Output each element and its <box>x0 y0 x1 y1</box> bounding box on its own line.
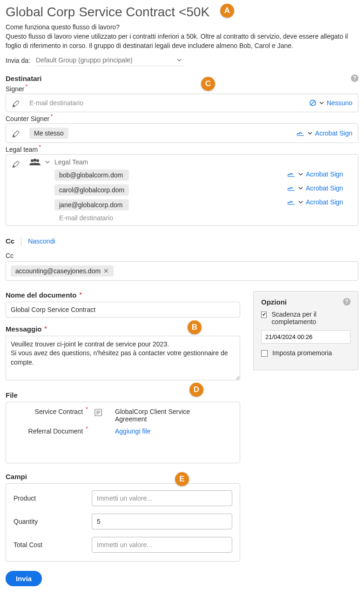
svg-point-3 <box>31 159 34 162</box>
quantity-input[interactable] <box>92 514 232 529</box>
legal-label: Legal team* <box>6 146 358 153</box>
cc-input-box[interactable]: accounting@caseyjones.dom ✕ <box>6 261 358 281</box>
hide-cc-link[interactable]: Nascondi <box>28 237 55 245</box>
signer-label: Signer* <box>6 85 358 93</box>
legal-email-chip[interactable]: jane@globalcorp.dom <box>54 199 129 210</box>
deadline-date-input[interactable] <box>261 330 351 344</box>
svg-point-4 <box>34 158 36 161</box>
totalcost-input[interactable] <box>92 537 232 553</box>
product-input[interactable] <box>92 490 232 506</box>
legal-auth-dropdown[interactable]: Acrobat Sign <box>287 198 343 206</box>
signer-email-input[interactable]: E-mail destinatario <box>29 99 282 107</box>
reminder-label: Imposta promemoria <box>272 349 332 357</box>
chevron-down-icon <box>298 186 303 190</box>
signature-icon <box>287 185 296 191</box>
message-textarea[interactable] <box>6 336 240 380</box>
deadline-label: Scadenza per il completamento <box>271 311 351 325</box>
legal-email-input[interactable]: E-mail destinatario <box>59 214 129 222</box>
intro-body: Questo flusso di lavoro viene utilizzato… <box>6 32 358 51</box>
chevron-down-icon <box>298 172 303 176</box>
counter-auth-label: Acrobat Sign <box>315 129 352 137</box>
options-panel: Opzioni ? ✔ Scadenza per il completament… <box>253 291 358 370</box>
deadline-checkbox[interactable]: ✔ <box>261 312 267 318</box>
campi-row: Quantity <box>13 514 232 529</box>
cc-title: Cc <box>6 237 14 245</box>
send-from-label: Invia da: <box>6 57 30 64</box>
signature-icon <box>287 171 296 177</box>
divider <box>21 237 21 245</box>
campi-label-quantity: Quantity <box>13 518 83 525</box>
signature-icon <box>287 199 296 205</box>
document-icon <box>94 408 109 419</box>
campi-label-product: Product <box>13 494 83 502</box>
svg-line-1 <box>311 101 315 105</box>
campi-title: Campi <box>6 473 240 481</box>
campi-box: Product Quantity Total Cost <box>6 483 240 562</box>
counter-box: Me stesso Acrobat Sign <box>6 123 358 143</box>
send-from-dropdown[interactable]: Default Group (gruppo principale) <box>35 55 184 66</box>
reminder-checkbox[interactable] <box>261 350 268 357</box>
legal-email-chip[interactable]: bob@globalcorm.dom <box>54 169 129 181</box>
campi-label-totalcost: Total Cost <box>13 541 83 549</box>
campi-row: Product <box>13 490 232 506</box>
signature-icon <box>297 130 305 136</box>
group-icon <box>29 158 40 166</box>
chevron-down-icon <box>177 58 182 62</box>
chevron-down-icon <box>298 200 303 204</box>
chevron-down-icon <box>308 131 312 135</box>
options-title: Opzioni <box>261 298 287 306</box>
cc-chip[interactable]: accounting@caseyjones.dom ✕ <box>11 265 114 277</box>
doc-name-input[interactable] <box>6 302 240 318</box>
file-row: Referral Document * Aggiungi file <box>13 427 232 435</box>
campi-row: Total Cost <box>13 537 232 553</box>
none-icon <box>309 99 317 107</box>
cc-sub-label: Cc <box>6 252 358 259</box>
close-icon[interactable]: ✕ <box>103 267 109 275</box>
pen-icon <box>12 128 24 138</box>
pen-icon <box>12 98 24 108</box>
legal-email-chip[interactable]: carol@globalcorp.dom <box>54 184 129 196</box>
legal-group-dropdown[interactable]: Legal Team <box>29 158 88 166</box>
message-label: Messaggio * <box>6 325 240 333</box>
help-icon[interactable]: ? <box>343 298 351 305</box>
pen-icon <box>12 158 24 169</box>
signer-auth-dropdown[interactable]: Nessuno <box>309 99 352 107</box>
chevron-down-icon <box>319 101 324 105</box>
legal-group-name: Legal Team <box>54 158 88 166</box>
help-icon[interactable]: ? <box>351 74 358 82</box>
counter-label: Counter Signer* <box>6 115 358 122</box>
myself-chip[interactable]: Me stesso <box>29 128 68 139</box>
legal-box: Legal Team bob@globalcorm.dom carol@glob… <box>6 154 358 226</box>
legal-auth-dropdown[interactable]: Acrobat Sign <box>287 170 343 178</box>
doc-name-label: Nome del documento * <box>6 291 240 299</box>
intro-question: Come funziona questo flusso di lavoro? <box>6 23 358 31</box>
file-row: Service Contract * GlobalCorp Client Ser… <box>13 408 232 423</box>
signer-box: E-mail destinatario Nessuno <box>6 94 358 112</box>
page-title: Global Corp Service Contract <50K <box>6 5 358 20</box>
file-name: GlobalCorp Client Service Agreement <box>115 408 194 423</box>
submit-button[interactable]: Invia <box>6 571 42 586</box>
add-file-link[interactable]: Aggiungi file <box>115 427 232 435</box>
files-box: Service Contract * GlobalCorp Client Ser… <box>6 402 240 463</box>
svg-point-5 <box>36 159 39 162</box>
chevron-down-icon <box>45 160 50 164</box>
legal-auth-dropdown[interactable]: Acrobat Sign <box>287 184 343 192</box>
signer-auth-label: Nessuno <box>327 99 352 107</box>
files-title: File <box>6 391 240 399</box>
counter-auth-dropdown[interactable]: Acrobat Sign <box>297 129 352 137</box>
send-from-value: Default Group (gruppo principale) <box>36 56 133 64</box>
recipients-title: Destinatari <box>6 74 42 82</box>
